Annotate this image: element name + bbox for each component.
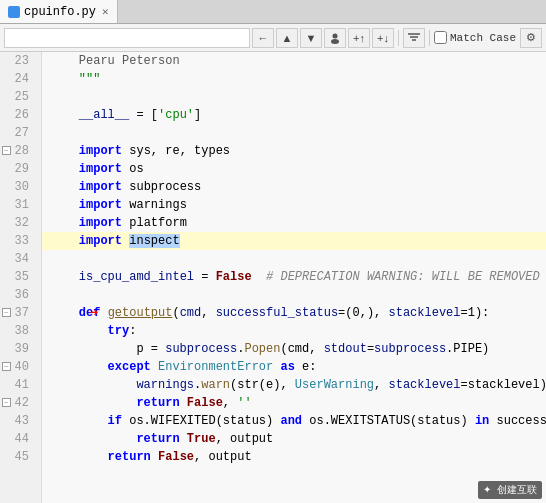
line-number-38: 38 [0, 322, 35, 340]
tab-close-button[interactable]: ✕ [102, 5, 109, 18]
filter-button[interactable] [403, 28, 425, 48]
code-line-33: import inspect [42, 232, 546, 250]
line24-text: """ [50, 70, 100, 88]
line-number-24: 24 [0, 70, 35, 88]
code-line-28: import sys, re, types [42, 142, 546, 160]
line-number-30: 30 [0, 178, 35, 196]
back-button[interactable]: ← [252, 28, 274, 48]
line-number-27: 27 [0, 124, 35, 142]
filter-icon [408, 33, 420, 43]
fold-42[interactable]: − [2, 398, 11, 407]
code-line-23: Pearu Peterson [42, 52, 546, 70]
line-number-40: − 40 [0, 358, 35, 376]
separator2 [429, 30, 430, 46]
line-number-25: 25 [0, 88, 35, 106]
code-line-39: p = subprocess.Popen(cmd, stdout=subproc… [42, 340, 546, 358]
fold-40[interactable]: − [2, 362, 11, 371]
line-number-29: 29 [0, 160, 35, 178]
add-button[interactable]: +↑ [348, 28, 370, 48]
file-tab[interactable]: cpuinfo.py ✕ [0, 0, 118, 23]
line-number-33: 33 [0, 232, 35, 250]
code-line-34 [42, 250, 546, 268]
code-line-31: import warnings [42, 196, 546, 214]
code-line-24: """ [42, 70, 546, 88]
watermark: ✦ 创建互联 [478, 481, 542, 499]
code-line-36 [42, 286, 546, 304]
separator [398, 30, 399, 46]
watermark-text: 创建互联 [497, 484, 537, 495]
code-line-43: if os.WIFEXITED(status) and os.WEXITSTAT… [42, 412, 546, 430]
editor: 23 24 25 26 27 − 28 29 30 31 32 33 34 35… [0, 52, 546, 503]
settings-button[interactable]: ⚙ [520, 28, 542, 48]
code-line-44: return True, output [42, 430, 546, 448]
svg-point-0 [332, 33, 337, 38]
line-number-39: 39 [0, 340, 35, 358]
line-number-23: 23 [0, 52, 35, 70]
line-number-37: − 37 [0, 304, 35, 322]
code-area[interactable]: Pearu Peterson """ __all__ = ['cpu'] imp… [42, 52, 546, 503]
code-line-38: try: [42, 322, 546, 340]
line-number-31: 31 [0, 196, 35, 214]
match-case-option[interactable]: Match Case [434, 31, 516, 44]
match-case-label-text: Match Case [450, 32, 516, 44]
code-line-45: return False, output [42, 448, 546, 466]
line-number-32: 32 [0, 214, 35, 232]
line-number-35: 35 [0, 268, 35, 286]
fold-28[interactable]: − [2, 146, 11, 155]
down-button[interactable]: ▼ [300, 28, 322, 48]
tab-filename: cpuinfo.py [24, 5, 96, 19]
line-number-26: 26 [0, 106, 35, 124]
code-line-29: import os [42, 160, 546, 178]
up-button[interactable]: ▲ [276, 28, 298, 48]
code-line-35: is_cpu_amd_intel = False # DEPRECATION W… [42, 268, 546, 286]
line-number-34: 34 [0, 250, 35, 268]
python-file-icon [8, 6, 20, 18]
line-number-43: 43 [0, 412, 35, 430]
code-line-27 [42, 124, 546, 142]
line-number-45: 45 [0, 448, 35, 466]
fold-37[interactable]: − [2, 308, 11, 317]
code-line-25 [42, 88, 546, 106]
toolbar: ← ▲ ▼ +↑ +↓ Match Case ⚙ [0, 24, 546, 52]
add2-button[interactable]: +↓ [372, 28, 394, 48]
search-input[interactable] [4, 28, 250, 48]
code-line-42: return False, '' [42, 394, 546, 412]
person-icon [329, 32, 341, 44]
code-line-30: import subprocess [42, 178, 546, 196]
svg-point-1 [331, 39, 339, 44]
line23-text: Pearu Peterson [50, 52, 180, 70]
watermark-icon: ✦ [483, 484, 491, 495]
line-number-36: 36 [0, 286, 35, 304]
code-line-32: import platform [42, 214, 546, 232]
line-numbers: 23 24 25 26 27 − 28 29 30 31 32 33 34 35… [0, 52, 42, 503]
line-number-42: − 42 [0, 394, 35, 412]
line-number-41: 41 [0, 376, 35, 394]
code-line-41: warnings.warn(str(e), UserWarning, stack… [42, 376, 546, 394]
person-button[interactable] [324, 28, 346, 48]
line-number-28: − 28 [0, 142, 35, 160]
tab-bar: cpuinfo.py ✕ [0, 0, 546, 24]
code-line-40: except EnvironmentError as e: [42, 358, 546, 376]
code-line-26: __all__ = ['cpu'] [42, 106, 546, 124]
match-case-checkbox[interactable] [434, 31, 447, 44]
code-line-37: def ➜getoutput(cmd, successful_status=(0… [42, 304, 546, 322]
line-number-44: 44 [0, 430, 35, 448]
